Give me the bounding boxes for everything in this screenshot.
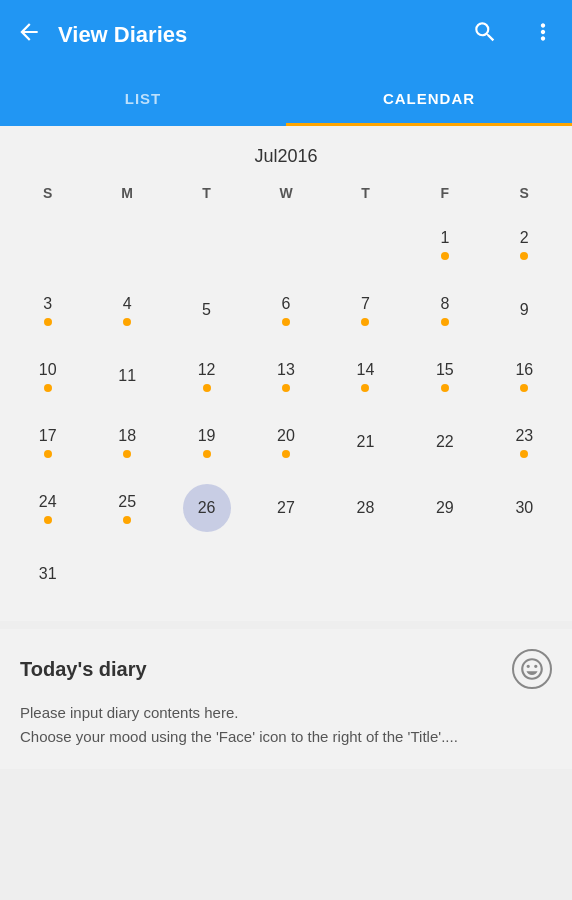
diary-dot <box>361 384 369 392</box>
diary-dot <box>44 318 52 326</box>
calendar-day-11[interactable]: 11 <box>87 345 166 407</box>
calendar-day-9[interactable]: 9 <box>485 279 564 341</box>
calendar-day-29[interactable]: 29 <box>405 477 484 539</box>
day-header-mon: M <box>87 177 166 209</box>
diary-section: Today's diary Please input diary content… <box>0 629 572 769</box>
calendar-day-empty-0-1 <box>87 213 166 275</box>
calendar-day-empty-0-2 <box>167 213 246 275</box>
diary-dot <box>123 450 131 458</box>
day-header-tue: T <box>167 177 246 209</box>
calendar-day-21[interactable]: 21 <box>326 411 405 473</box>
calendar-day-empty-0-3 <box>246 213 325 275</box>
calendar-day-10[interactable]: 10 <box>8 345 87 407</box>
diary-dot <box>44 384 52 392</box>
diary-dot <box>123 318 131 326</box>
search-icon[interactable] <box>472 19 498 51</box>
diary-dot <box>44 516 52 524</box>
calendar-day-5[interactable]: 5 <box>167 279 246 341</box>
calendar-day-12[interactable]: 12 <box>167 345 246 407</box>
diary-dot <box>520 384 528 392</box>
calendar-day-16[interactable]: 16 <box>485 345 564 407</box>
calendar-day-28[interactable]: 28 <box>326 477 405 539</box>
calendar-day-19[interactable]: 19 <box>167 411 246 473</box>
diary-content: Please input diary contents here. Choose… <box>20 701 552 749</box>
day-header-sat: S <box>485 177 564 209</box>
calendar-day-15[interactable]: 15 <box>405 345 484 407</box>
calendar-day-31[interactable]: 31 <box>8 543 87 605</box>
calendar-day-7[interactable]: 7 <box>326 279 405 341</box>
day-header-thu: T <box>326 177 405 209</box>
diary-dot <box>520 252 528 260</box>
calendar-day-17[interactable]: 17 <box>8 411 87 473</box>
calendar-day-empty-5-5 <box>405 543 484 605</box>
calendar-day-18[interactable]: 18 <box>87 411 166 473</box>
day-headers-row: S M T W T F S <box>0 177 572 209</box>
tab-list[interactable]: LIST <box>0 70 286 126</box>
calendar-day-22[interactable]: 22 <box>405 411 484 473</box>
diary-dot <box>441 252 449 260</box>
tab-bar: LIST CALENDAR <box>0 70 572 126</box>
diary-title: Today's diary <box>20 658 147 681</box>
diary-dot <box>203 450 211 458</box>
day-header-wed: W <box>246 177 325 209</box>
diary-dot <box>520 450 528 458</box>
diary-dot <box>203 384 211 392</box>
back-button[interactable] <box>16 19 42 51</box>
calendar-day-3[interactable]: 3 <box>8 279 87 341</box>
diary-dot <box>441 384 449 392</box>
calendar-day-13[interactable]: 13 <box>246 345 325 407</box>
calendar-day-20[interactable]: 20 <box>246 411 325 473</box>
calendar-day-empty-5-1 <box>87 543 166 605</box>
diary-dot <box>44 450 52 458</box>
diary-dot <box>361 318 369 326</box>
calendar-day-27[interactable]: 27 <box>246 477 325 539</box>
calendar-day-30[interactable]: 30 <box>485 477 564 539</box>
calendar-day-empty-0-0 <box>8 213 87 275</box>
day-header-sun: S <box>8 177 87 209</box>
calendar-day-23[interactable]: 23 <box>485 411 564 473</box>
calendar-day-4[interactable]: 4 <box>87 279 166 341</box>
calendar-day-25[interactable]: 25 <box>87 477 166 539</box>
calendar-day-24[interactable]: 24 <box>8 477 87 539</box>
more-options-icon[interactable] <box>530 19 556 51</box>
diary-dot <box>441 318 449 326</box>
calendar-day-empty-0-4 <box>326 213 405 275</box>
diary-header: Today's diary <box>20 649 552 689</box>
diary-dot <box>282 450 290 458</box>
calendar-day-26[interactable]: 26 <box>167 477 246 539</box>
diary-dot <box>282 318 290 326</box>
calendar-grid: 1234567891011121314151617181920212223242… <box>0 213 572 605</box>
page-title: View Diaries <box>58 22 472 48</box>
diary-dot <box>282 384 290 392</box>
day-header-fri: F <box>405 177 484 209</box>
month-label: Jul2016 <box>0 126 572 177</box>
app-header: View Diaries <box>0 0 572 70</box>
calendar-day-empty-5-6 <box>485 543 564 605</box>
calendar-day-empty-5-3 <box>246 543 325 605</box>
face-icon-button[interactable] <box>512 649 552 689</box>
calendar-day-1[interactable]: 1 <box>405 213 484 275</box>
calendar-day-6[interactable]: 6 <box>246 279 325 341</box>
calendar-day-8[interactable]: 8 <box>405 279 484 341</box>
calendar-day-14[interactable]: 14 <box>326 345 405 407</box>
calendar-view: Jul2016 S M T W T F S 123456789101112131… <box>0 126 572 621</box>
tab-calendar[interactable]: CALENDAR <box>286 70 572 126</box>
calendar-day-empty-5-4 <box>326 543 405 605</box>
calendar-day-2[interactable]: 2 <box>485 213 564 275</box>
calendar-day-empty-5-2 <box>167 543 246 605</box>
diary-dot <box>123 516 131 524</box>
